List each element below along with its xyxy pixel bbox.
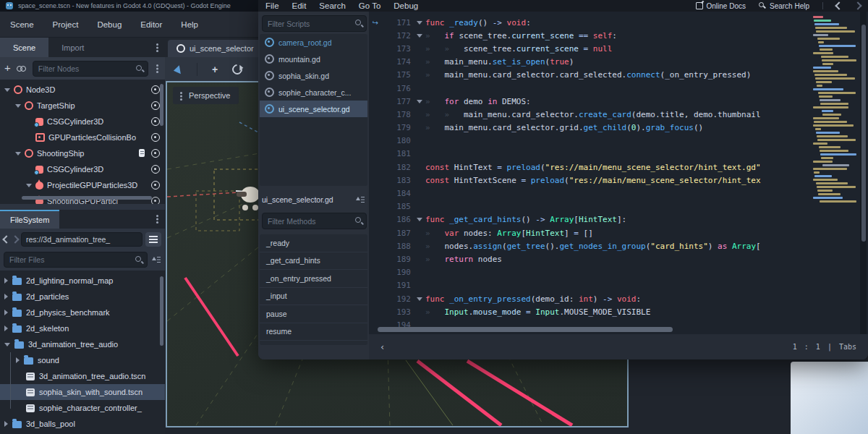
code-line[interactable]: 191 (369, 279, 868, 292)
menu-item[interactable]: Project (53, 20, 79, 29)
script-menu-item[interactable]: Go To (359, 1, 380, 10)
expander-icon[interactable] (16, 357, 20, 363)
history-back-icon[interactable] (2, 235, 10, 243)
expander-icon[interactable] (4, 326, 8, 331)
file-row[interactable]: sophia_skin_with_sound.tscn (0, 384, 165, 400)
script-menu-item[interactable]: Edit (292, 1, 307, 10)
visibility-toggle-icon[interactable] (151, 197, 160, 204)
visibility-toggle-icon[interactable] (151, 85, 160, 94)
expander-icon[interactable] (4, 278, 8, 284)
tab-import[interactable]: Import (48, 38, 97, 57)
scene-node-row[interactable]: CSGCylinder3D (0, 161, 165, 177)
scene-node-row[interactable]: Node3D (0, 82, 165, 98)
code-line[interactable]: 190 (369, 266, 868, 279)
method-item[interactable]: resume (260, 323, 367, 341)
file-row[interactable]: 3d_animation_tree_audio (0, 336, 165, 352)
file-row[interactable]: sound (0, 352, 165, 368)
display-mode-icon[interactable] (145, 232, 161, 247)
script-item[interactable]: sophie_character_c... (260, 84, 367, 101)
rotate-tool-icon[interactable] (230, 62, 244, 77)
code-line[interactable]: 176 (369, 82, 868, 95)
code-line[interactable]: 183const HintTextScene = preload("res://… (369, 174, 868, 187)
filter-scripts-input[interactable] (263, 20, 366, 28)
code-line[interactable]: 182const HintText = preload("res://main/… (369, 161, 868, 174)
fold-arrow-icon[interactable] (417, 34, 422, 38)
file-row[interactable]: 3d_balls_pool (0, 416, 165, 432)
sort-files-icon[interactable] (151, 255, 161, 265)
filter-files-input[interactable] (4, 255, 147, 264)
visibility-toggle-icon[interactable] (151, 165, 160, 174)
code-line[interactable]: 187» var nodes: Array[HintText] = [] (369, 226, 868, 239)
history-forward-icon[interactable] (11, 235, 19, 243)
fold-arrow-icon[interactable] (417, 297, 422, 301)
method-item[interactable]: _ready (260, 234, 367, 252)
file-row[interactable]: sophie_character_controller_ (0, 400, 165, 416)
code-line[interactable]: 180 (369, 135, 868, 148)
code-line[interactable]: 172» if scene_tree.current_scene == self… (369, 29, 868, 42)
expander-icon[interactable] (15, 152, 21, 156)
code-line[interactable]: 177» for demo in DEMOS: (369, 95, 868, 108)
menu-item[interactable]: Help (181, 20, 198, 29)
fold-arrow-icon[interactable] (417, 100, 422, 103)
code-minimap[interactable] (812, 12, 856, 334)
file-row[interactable]: 3d_animation_tree_audio.tscn (0, 368, 165, 384)
expander-icon[interactable] (4, 294, 8, 299)
code-line[interactable]: 173» » scene_tree.current_scene = null (369, 42, 868, 55)
code-line[interactable]: 179» main_menu.card_selector.grid.get_ch… (369, 122, 868, 135)
search-help-button[interactable]: Search Help (759, 2, 809, 10)
code-line[interactable]: 174» main_menu.set_is_open(true) (369, 56, 868, 69)
perspective-menu[interactable]: Perspective (173, 87, 239, 104)
history-forward-icon[interactable] (854, 1, 861, 9)
file-row[interactable]: 2d_particles (0, 289, 165, 305)
scene-node-row[interactable]: GPUParticlesCollisionBo (0, 129, 165, 145)
add-node-icon[interactable]: + (4, 62, 11, 73)
method-item[interactable]: _input (260, 288, 367, 306)
script-menu-item[interactable]: Debug (393, 1, 418, 10)
scene-tab-ui-scene-selector[interactable]: ui_scene_selector (168, 40, 263, 57)
visibility-toggle-icon[interactable] (151, 133, 160, 142)
path-breadcrumb[interactable] (21, 232, 142, 247)
move-tool-icon[interactable]: + (212, 64, 218, 75)
code-line[interactable]: ↪171func _ready() -> void: (369, 16, 868, 29)
script-menu-item[interactable]: Search (319, 1, 345, 10)
method-item[interactable]: _get_card_hints (260, 252, 367, 271)
file-row[interactable]: 2d_skeleton (0, 320, 165, 336)
menu-item[interactable]: Scene (10, 20, 34, 29)
scene-node-row[interactable]: TargetShip (0, 98, 165, 114)
select-tool-icon[interactable] (174, 64, 184, 75)
visibility-toggle-icon[interactable] (151, 149, 160, 158)
scene-tree-vscrollbar[interactable] (160, 84, 163, 126)
menu-item[interactable]: Debug (97, 20, 122, 29)
expander-icon[interactable] (26, 184, 32, 187)
scene-tree-hscrollbar[interactable] (22, 196, 152, 200)
expander-icon[interactable] (15, 104, 21, 108)
filter-methods-input[interactable] (263, 217, 366, 226)
file-row[interactable]: 2d_physics_benchmark (0, 305, 165, 320)
expander-icon[interactable] (4, 310, 8, 315)
visibility-toggle-icon[interactable] (151, 181, 160, 190)
history-back-icon[interactable] (835, 1, 843, 9)
dock-options-icon[interactable] (154, 43, 161, 53)
expander-icon[interactable] (4, 88, 10, 92)
code-line[interactable]: 189» return nodes (369, 252, 868, 265)
sort-methods-icon[interactable] (355, 195, 365, 205)
script-menu-item[interactable]: File (265, 1, 279, 10)
method-item[interactable]: pause (260, 305, 367, 323)
script-item[interactable]: mountain.gd (260, 51, 367, 67)
scene-node-row[interactable]: CSGCylinder3D (0, 114, 165, 129)
online-docs-button[interactable]: Online Docs (696, 2, 746, 10)
file-row[interactable]: 2d_lighting_normal_map (0, 273, 165, 289)
script-item[interactable]: camera_root.gd (260, 34, 367, 51)
script-item[interactable]: sophia_skin.gd (260, 67, 367, 84)
fold-arrow-icon[interactable] (417, 21, 422, 25)
code-line[interactable]: 184 (369, 187, 868, 200)
code-line[interactable]: 186func _get_card_hints() -> Array[HintT… (369, 213, 868, 226)
code-line[interactable]: 193» Input.mouse_mode = Input.MOUSE_MODE… (369, 305, 868, 318)
visibility-toggle-icon[interactable] (151, 101, 160, 110)
method-item[interactable]: _on_entry_pressed (260, 270, 367, 288)
visibility-toggle-icon[interactable] (151, 117, 160, 126)
menu-item[interactable]: Editor (140, 20, 162, 29)
code-line[interactable]: 181 (369, 148, 868, 161)
attached-script-icon[interactable] (139, 149, 145, 157)
scene-node-row[interactable]: ShootingShip (0, 145, 165, 161)
